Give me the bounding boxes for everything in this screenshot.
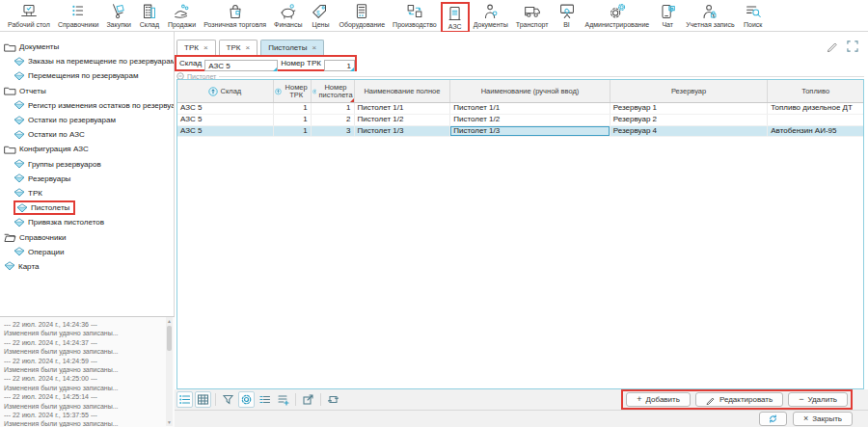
column-header-naimenovanie-polnoe[interactable]: Наименование полное xyxy=(355,80,451,102)
close-button[interactable]: ×Закрыть xyxy=(793,412,853,426)
tree-item-map[interactable]: Карта xyxy=(0,259,174,274)
scroll-up-arrow[interactable]: ▲ xyxy=(166,317,173,325)
tree-item-label: Остатки по резервуарам xyxy=(28,116,116,124)
tree-item-trk[interactable]: ТРК xyxy=(0,186,174,200)
sidebar: Документы Заказы на перемещение по резер… xyxy=(0,32,175,427)
log-line: --- 22 июл. 2024 г., 14:24:59 --- xyxy=(4,357,163,365)
building-icon xyxy=(139,2,160,20)
scrollbar-thumb[interactable] xyxy=(167,326,172,351)
diamond-icon xyxy=(14,130,25,140)
log-line: Изменения были удачно записаны... xyxy=(4,347,163,356)
tree-folder-references[interactable]: Справочники xyxy=(0,229,174,244)
toolbar-item-chat[interactable]: Чат xyxy=(653,2,682,29)
tree-item-pistols[interactable]: Пистолеты xyxy=(0,200,174,215)
open-external-icon[interactable] xyxy=(300,391,316,408)
diamond-icon xyxy=(14,116,25,125)
toolbar-item-sales[interactable]: Продажи xyxy=(164,2,200,29)
toolbar-item-purchases[interactable]: Закупки xyxy=(102,2,135,29)
tree-item-tank-balance-register[interactable]: Регистр изменения остатков по резервуара… xyxy=(0,98,174,113)
pump-number-input[interactable] xyxy=(324,60,355,71)
column-header-naimenovanie-ruchnoy[interactable]: Наименование (ручной ввод) xyxy=(450,80,610,102)
column-header-nomer-trk[interactable]: Номер ТРК xyxy=(274,80,312,102)
tree-item-tanks[interactable]: Резервуары xyxy=(0,172,174,186)
tree-item-azs-balances[interactable]: Остатки по АЗС xyxy=(0,127,174,142)
tree-item-label: Справочники xyxy=(19,233,66,242)
toolbar-item-prices[interactable]: $ Цены xyxy=(306,2,335,29)
delete-button[interactable]: −Удалить xyxy=(788,392,848,407)
toolbar-item-desktop[interactable]: Рабочий стол xyxy=(4,2,54,29)
toolbar-item-administration[interactable]: Администрирование xyxy=(582,2,654,29)
bottom-row-2: ×Закрыть xyxy=(175,410,868,427)
toolbar-item-account[interactable]: Учетная запись xyxy=(682,2,738,29)
column-header-rezervuar[interactable]: Резервуар xyxy=(610,80,769,102)
tree-item-label: Группы резервуаров xyxy=(28,160,101,169)
tree-item-tank-groups[interactable]: Группы резервуаров xyxy=(0,157,174,172)
toolbar-item-label: АЗС xyxy=(448,22,462,31)
toolbar-item-transport[interactable]: Транспорт xyxy=(512,2,553,29)
tree-item-operations[interactable]: Операции xyxy=(0,245,174,259)
refresh-button[interactable] xyxy=(759,412,787,426)
tree-item-tank-balances[interactable]: Остатки по резервуарам xyxy=(0,113,174,127)
toolbar-item-label: Поиск xyxy=(744,20,762,29)
open-folder-icon xyxy=(4,232,16,242)
toolbar-item-retail[interactable]: Розничная торговля xyxy=(200,2,270,29)
table-row-selected[interactable]: АЗС 5 1 3 Пистолет 1/3 Пистолет 1/3 Резе… xyxy=(177,126,863,138)
grid-view-icon[interactable] xyxy=(195,391,211,408)
edit-button[interactable]: Редактировать xyxy=(695,392,783,407)
toolbar-item-label: Закупки xyxy=(106,20,131,29)
separator xyxy=(215,393,216,406)
toolbar-item-label: Продажи xyxy=(168,20,196,29)
pencil-icon xyxy=(706,395,716,405)
tree-item-pistol-binding[interactable]: Привязка пистолетов xyxy=(0,215,174,229)
tab-trk-1[interactable]: ТРК× xyxy=(176,40,216,55)
sort-asc-icon xyxy=(275,87,282,96)
expand-icon[interactable] xyxy=(847,40,858,52)
table-row[interactable]: АЗС 5 1 1 Пистолет 1/1 Пистолет 1/1 Резе… xyxy=(177,103,863,115)
tree-item-tank-transfer-orders[interactable]: Заказы на перемещение по резервуарам xyxy=(0,54,174,68)
loop-refresh-icon[interactable] xyxy=(325,391,341,408)
tab-pistols[interactable]: Пистолеты× xyxy=(260,40,324,55)
search-icon xyxy=(743,2,764,20)
table-row[interactable]: АЗС 5 1 2 Пистолет 1/2 Пистолет 1/2 Резе… xyxy=(177,115,863,126)
column-header-nomer-pistoleta[interactable]: Номер пистолета xyxy=(312,80,355,102)
toolbar-item-label: Склад xyxy=(140,20,159,29)
add-list-icon[interactable] xyxy=(275,391,291,408)
warehouse-input[interactable] xyxy=(204,60,278,71)
tree-item-label: ТРК xyxy=(28,189,42,198)
numbered-list-icon[interactable] xyxy=(257,391,273,408)
toolbar-item-finance[interactable]: Финансы xyxy=(270,2,306,29)
toolbar-item-warehouse[interactable]: Склад xyxy=(135,2,164,29)
edit-pencil-icon[interactable] xyxy=(827,40,839,52)
toolbar-item-label: Чат xyxy=(662,20,673,29)
focused-cell[interactable]: Пистолет 1/3 xyxy=(450,126,610,137)
toolbar-item-search[interactable]: Поиск xyxy=(739,2,768,29)
tab-close-icon[interactable]: × xyxy=(203,44,208,52)
list-view-icon[interactable] xyxy=(176,391,193,408)
toolbar-item-documents[interactable]: Документы xyxy=(470,2,512,29)
add-button[interactable]: +Добавить xyxy=(626,392,691,407)
tree-folder-reports[interactable]: Отчеты xyxy=(0,84,174,98)
log-line: --- 22 июл. 2024 г., 14:25:00 --- xyxy=(4,374,163,383)
toolbar-item-references[interactable]: Справочники xyxy=(54,2,102,29)
tab-close-icon[interactable]: × xyxy=(245,44,250,52)
log-line: Изменения были удачно записаны... xyxy=(4,419,163,427)
scroll-down-arrow[interactable]: ▼ xyxy=(166,418,173,426)
toolbar-item-azs[interactable]: АЗС xyxy=(441,2,470,33)
settings-gear-icon[interactable] xyxy=(238,391,255,408)
filter-funnel-icon[interactable] xyxy=(220,391,236,408)
column-header-toplivo[interactable]: Топливо xyxy=(768,80,863,102)
toolbar-item-equipment[interactable]: Оборудование xyxy=(335,2,389,29)
tab-trk-2[interactable]: ТРК× xyxy=(219,40,258,55)
tab-close-icon[interactable]: × xyxy=(312,44,316,52)
tree-item-tank-transfers[interactable]: Перемещения по резервуарам xyxy=(0,68,174,83)
tree-folder-documents[interactable]: Документы xyxy=(0,40,174,54)
diamond-icon xyxy=(14,173,25,183)
log-scrollbar[interactable]: ▲▼ xyxy=(166,317,173,426)
sort-asc-icon xyxy=(312,87,317,96)
toolbar-item-bi[interactable]: BI xyxy=(553,2,582,29)
diamond-icon xyxy=(16,203,28,213)
toolbar-item-production[interactable]: Производство xyxy=(389,2,441,29)
column-header-sklad[interactable]: Склад xyxy=(177,80,274,102)
plus-icon: + xyxy=(637,395,641,404)
tree-folder-azs-configuration[interactable]: Конфигурация АЗС xyxy=(0,142,174,156)
